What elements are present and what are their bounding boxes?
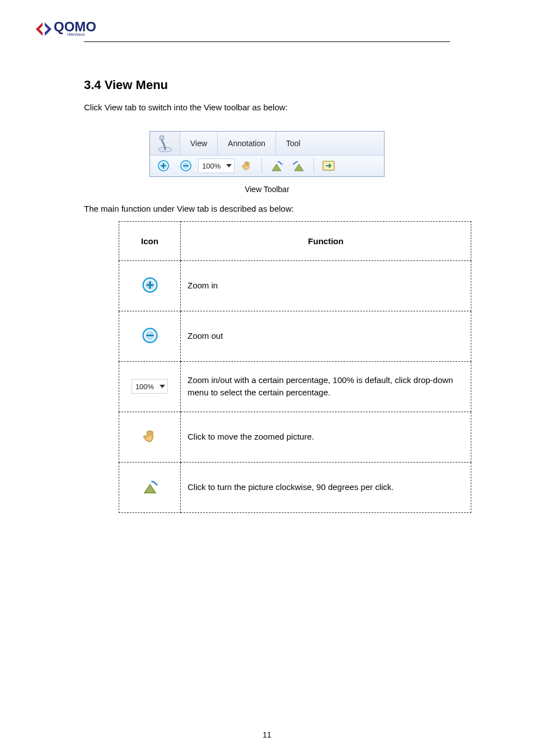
svg-point-5 bbox=[160, 136, 164, 140]
svg-text:HiteVision: HiteVision bbox=[67, 32, 85, 36]
tab-annotation[interactable]: Annotation bbox=[218, 132, 276, 155]
hand-icon bbox=[142, 428, 158, 445]
cell-icon bbox=[119, 260, 181, 311]
zoom-in-icon bbox=[142, 277, 158, 293]
table-row: Click to turn the picture clockwise, 90 … bbox=[119, 462, 471, 512]
separator bbox=[313, 158, 314, 174]
chevron-down-icon bbox=[158, 382, 166, 390]
cell-function: Zoom in/out with a certain percentage, 1… bbox=[181, 361, 471, 412]
header-function: Function bbox=[181, 221, 471, 260]
zoom-out-icon bbox=[142, 327, 158, 344]
view-toolbar: View Annotation Tool bbox=[149, 131, 385, 177]
zoom-in-button[interactable] bbox=[153, 157, 174, 174]
zoom-value: 100% bbox=[202, 162, 221, 170]
section-number: 3.4 bbox=[84, 78, 101, 92]
cell-icon bbox=[119, 311, 181, 361]
pan-button[interactable] bbox=[237, 157, 257, 174]
zoom-out-button[interactable] bbox=[176, 157, 196, 174]
table-row: Zoom out bbox=[119, 311, 471, 361]
cell-function: Zoom out bbox=[181, 311, 471, 361]
section-title: View Menu bbox=[105, 78, 168, 92]
chevron-down-icon bbox=[225, 162, 233, 170]
cell-icon: 100% bbox=[119, 361, 181, 412]
figure-caption: View Toolbar bbox=[149, 185, 385, 194]
rotate-ccw-button[interactable] bbox=[289, 157, 309, 174]
view-toolbar-figure: View Annotation Tool bbox=[149, 131, 385, 194]
page-number: 11 bbox=[0, 730, 534, 739]
toolbar-tab-row: View Annotation Tool bbox=[150, 132, 384, 155]
zoom-value: 100% bbox=[135, 382, 154, 391]
camera-stand-icon bbox=[156, 134, 175, 152]
rotate-cw-button[interactable] bbox=[266, 157, 287, 174]
table-description: The main function under View tab is desc… bbox=[84, 204, 499, 213]
section-heading: 3.4 View Menu bbox=[84, 78, 499, 92]
zoom-percent-select[interactable]: 100% bbox=[132, 379, 168, 394]
table-row: Click to move the zoomed picture. bbox=[119, 412, 471, 462]
cell-function: Zoom in bbox=[181, 260, 471, 311]
app-icon[interactable] bbox=[150, 132, 180, 155]
tab-label: Tool bbox=[286, 139, 301, 148]
cell-icon bbox=[119, 412, 181, 462]
zoom-percent-select[interactable]: 100% bbox=[198, 158, 235, 173]
header-rule bbox=[84, 41, 450, 42]
cell-icon bbox=[119, 462, 181, 512]
zoom-in-icon bbox=[157, 160, 170, 172]
svg-marker-1 bbox=[45, 22, 51, 36]
intro-text: Click View tab to switch into the View t… bbox=[84, 101, 499, 114]
rotate-cw-icon bbox=[270, 160, 283, 172]
table-header-row: Icon Function bbox=[119, 221, 471, 260]
hand-icon bbox=[241, 160, 253, 172]
rotate-ccw-icon bbox=[292, 160, 306, 172]
fit-screen-button[interactable] bbox=[318, 157, 339, 174]
tab-view[interactable]: View bbox=[180, 132, 218, 155]
cell-function: Click to turn the picture clockwise, 90 … bbox=[181, 462, 471, 512]
svg-marker-0 bbox=[36, 22, 43, 36]
brand-logo: QOMO HiteVision bbox=[35, 17, 499, 37]
tab-label: View bbox=[190, 139, 207, 148]
toolbar-button-row: 100% bbox=[150, 155, 384, 176]
function-table: Icon Function Zoom in bbox=[119, 221, 471, 513]
table-row: 100% Zoom in/out with a certain percenta… bbox=[119, 361, 471, 412]
separator bbox=[261, 158, 262, 174]
cell-function: Click to move the zoomed picture. bbox=[181, 412, 471, 462]
zoom-out-icon bbox=[180, 160, 192, 172]
tab-label: Annotation bbox=[228, 139, 265, 148]
fit-screen-icon bbox=[322, 160, 335, 171]
rotate-cw-icon bbox=[141, 479, 159, 494]
table-row: Zoom in bbox=[119, 260, 471, 311]
tab-tool[interactable]: Tool bbox=[276, 132, 384, 155]
svg-text:QOMO: QOMO bbox=[54, 19, 96, 34]
header-icon: Icon bbox=[119, 221, 181, 260]
